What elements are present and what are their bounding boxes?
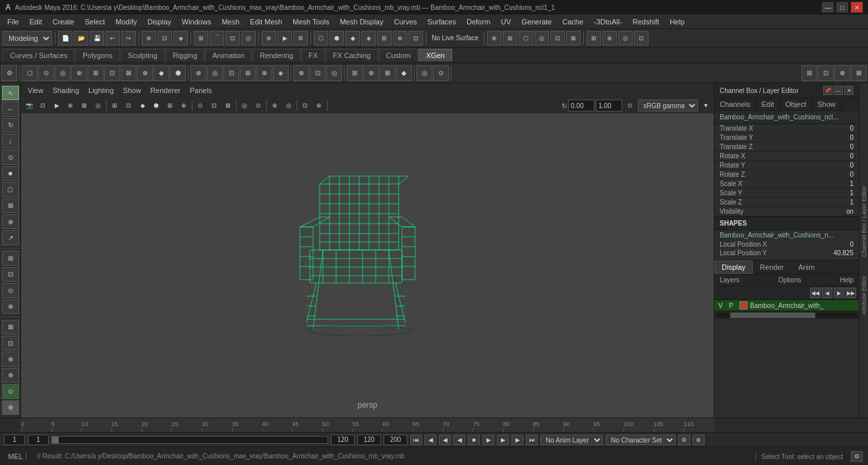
coord-y-input[interactable]	[596, 100, 622, 111]
vp-icon1[interactable]: ⊡	[36, 100, 49, 111]
tb-new[interactable]: 📄	[58, 31, 72, 46]
layer-nav-next[interactable]: ▶	[834, 288, 844, 298]
vp-menu-show[interactable]: Show	[119, 85, 146, 96]
left-icon2[interactable]: ⊕	[2, 368, 19, 383]
left-polygon-tool[interactable]: ⬡	[2, 182, 19, 197]
tb-icon4[interactable]: ◈	[361, 31, 376, 46]
tb-history[interactable]: ⊕	[262, 31, 276, 46]
coord-x-input[interactable]	[568, 100, 594, 111]
char-set-select[interactable]: No Character Set	[606, 435, 676, 445]
vp-icon2[interactable]: ▶	[50, 100, 63, 111]
vp-icon19[interactable]: ⊕	[312, 100, 326, 111]
layer-nav-forward[interactable]: ▶▶	[846, 288, 856, 298]
menu-redshift[interactable]: Redshift	[628, 16, 664, 27]
viewport[interactable]: View Shading Lighting Show Renderer Pane…	[21, 83, 714, 418]
vp-icon18[interactable]: ⊡	[299, 100, 312, 111]
menu-3dtoall[interactable]: -3DtoAll-	[589, 16, 627, 27]
tb-snap-view[interactable]: ◎	[241, 31, 256, 46]
tb-cam1[interactable]: ⊞	[587, 31, 601, 46]
tb2-icon19[interactable]: ◎	[326, 65, 342, 81]
tb-snap-grid[interactable]: ⊞	[194, 31, 208, 46]
tb2-icon16[interactable]: ◈	[273, 65, 289, 81]
left-extra[interactable]: ⊕	[2, 400, 19, 415]
anim-end-input[interactable]	[357, 435, 381, 445]
tb-paint[interactable]: ◈	[173, 31, 188, 46]
menu-windows[interactable]: Windows	[177, 16, 216, 27]
tb2-icon1[interactable]: ⬡	[22, 65, 38, 81]
vp-icon10[interactable]: ⊕	[177, 100, 190, 111]
ch-tab-edit[interactable]: Edit	[756, 98, 780, 110]
tb2-right4[interactable]: ⊠	[851, 65, 867, 81]
layer-visibility-toggle[interactable]: V	[718, 302, 726, 309]
tb2-icon22[interactable]: ⊠	[380, 65, 395, 81]
menu-edit[interactable]: Edit	[25, 16, 47, 27]
ch-tab-show[interactable]: Show	[812, 98, 842, 110]
tb-icon7[interactable]: ⊡	[409, 31, 423, 46]
tab-curves-surfaces[interactable]: Curves / Surfaces	[3, 49, 74, 61]
layer-color-swatch[interactable]	[739, 301, 747, 309]
layers-label[interactable]: Layers	[720, 276, 739, 284]
vp-menu-view[interactable]: View	[24, 85, 47, 96]
ch-tab-channels[interactable]: Channels	[714, 98, 756, 110]
slider-thumb[interactable]	[52, 437, 59, 443]
vp-icon9[interactable]: ⊞	[163, 100, 177, 111]
tb2-icon6[interactable]: ⊡	[104, 65, 120, 81]
tab-rigging[interactable]: Rigging	[165, 49, 204, 61]
tb2-icon13[interactable]: ⊡	[223, 65, 239, 81]
transport-stop[interactable]: ■	[468, 435, 480, 445]
tb-cam3[interactable]: ◎	[618, 31, 633, 46]
playback-range-slider[interactable]	[51, 436, 328, 444]
tb-snap-curve[interactable]: ⌒	[210, 31, 224, 46]
tb2-icon15[interactable]: ⊕	[256, 65, 272, 81]
menu-surfaces[interactable]: Surfaces	[423, 16, 461, 27]
vp-icon11[interactable]: ⊙	[194, 100, 207, 111]
minimize-btn[interactable]: —	[822, 2, 834, 13]
transport-play-back[interactable]: ◀	[453, 435, 465, 445]
vp-menu-panels[interactable]: Panels	[186, 85, 216, 96]
menu-edit-mesh[interactable]: Edit Mesh	[245, 16, 287, 27]
channel-box-side-tab[interactable]: Channel Box / Layer Editor	[859, 183, 869, 260]
layers-help[interactable]: Help	[840, 276, 854, 284]
tb2-icon17[interactable]: ⊕	[293, 65, 309, 81]
layer-nav-prev[interactable]: ◀	[822, 288, 832, 298]
tb2-icon12[interactable]: ◎	[207, 65, 223, 81]
transport-next-frame[interactable]: ▶	[511, 435, 523, 445]
vp-gamma-icon[interactable]: ⊙	[623, 100, 637, 111]
tb2-icon8[interactable]: ⊕	[137, 65, 153, 81]
timeline-ruler[interactable]: 0510152025303540455055606570758085909510…	[21, 418, 714, 432]
attr-editor-side-tab[interactable]: Attribute Editor	[859, 273, 869, 318]
tb-extra4[interactable]: ◎	[535, 31, 549, 46]
transport-prev-frame[interactable]: ◀	[424, 435, 436, 445]
tab-sculpting[interactable]: Sculpting	[121, 49, 165, 61]
tab-fx-caching[interactable]: FX Caching	[326, 49, 378, 61]
tb2-settings[interactable]: ⚙	[1, 65, 17, 81]
tb-cam4[interactable]: ⊡	[634, 31, 649, 46]
tb2-icon18[interactable]: ⊡	[310, 65, 326, 81]
tb-cam2[interactable]: ⊕	[602, 31, 617, 46]
anim-extra-btn[interactable]: ⊕	[693, 435, 705, 445]
tb2-icon10[interactable]: ⬢	[170, 65, 186, 81]
layers-options[interactable]: Options	[778, 276, 801, 284]
transport-prev[interactable]: ◀	[439, 435, 451, 445]
vp-icon8[interactable]: ⬢	[150, 100, 163, 111]
scrollbar-bottom[interactable]	[714, 311, 859, 319]
vp-icon17[interactable]: ◎	[282, 100, 295, 111]
vp-gamma-settings[interactable]: ▼	[699, 100, 712, 111]
menu-help[interactable]: Help	[665, 16, 689, 27]
color-mode-select[interactable]: sRGB gamma	[638, 100, 698, 111]
panel-pin[interactable]: 📌	[823, 86, 832, 95]
layer-item[interactable]: V P Bamboo_Armchair_with_	[714, 300, 859, 311]
left-universal-tool[interactable]: ⊙	[2, 150, 19, 164]
vp-menu-lighting[interactable]: Lighting	[84, 85, 118, 96]
tb-lasso[interactable]: ⊡	[158, 31, 172, 46]
left-quick-layout[interactable]: ⊙	[2, 384, 19, 398]
tb2-right2[interactable]: ⊡	[818, 65, 834, 81]
menu-generate[interactable]: Generate	[517, 16, 556, 27]
menu-modify[interactable]: Modify	[111, 16, 141, 27]
tb-icon5[interactable]: ⊞	[377, 31, 391, 46]
tb2-icon4[interactable]: ⊕	[71, 65, 87, 81]
vp-icon12[interactable]: ⊡	[208, 100, 221, 111]
menu-deform[interactable]: Deform	[462, 16, 495, 27]
tb2-right1[interactable]: ⊞	[801, 65, 817, 81]
tb-redo[interactable]: ↪	[121, 31, 136, 46]
